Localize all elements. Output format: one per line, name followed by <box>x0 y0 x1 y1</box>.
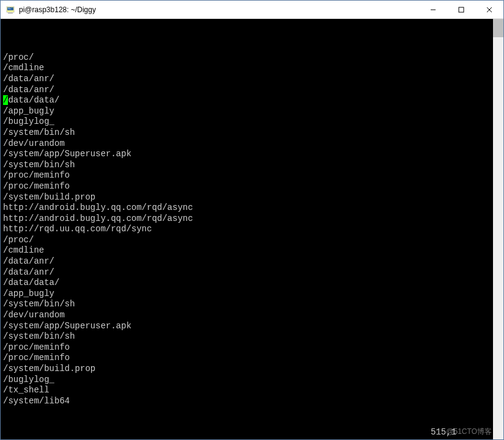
terminal-line: http://rqd.uu.qq.com/rqd/sync <box>3 224 491 235</box>
terminal-line: /system/lib64 <box>3 396 491 407</box>
terminal-line: /system/app/Superuser.apk <box>3 321 491 332</box>
terminal-line: /system/bin/sh <box>3 160 491 171</box>
terminal-line: /data/data/ <box>3 278 491 289</box>
window-title: pi@rasp3b128: ~/Diggy <box>19 5 419 14</box>
terminal-line: /data/anr/ <box>3 256 491 267</box>
cursor-highlight: / <box>3 95 8 105</box>
terminal-line: http://android.bugly.qq.com/rqd/async <box>3 214 491 225</box>
terminal-line: /cmdline <box>3 63 491 74</box>
terminal-line: /buglylog_ <box>3 375 491 386</box>
vi-status-position: 515,1 <box>431 427 456 438</box>
terminal-line <box>3 41 491 52</box>
terminal-line: /system/bin/sh <box>3 299 491 310</box>
terminal-line: /system/bin/sh <box>3 128 491 139</box>
terminal-content[interactable]: /proc//cmdline/data/anr//data/anr//data/… <box>1 19 493 439</box>
terminal-line: /proc/meminfo <box>3 342 491 353</box>
window-controls <box>419 1 503 18</box>
terminal-line: /buglylog_ <box>3 117 491 128</box>
terminal-line: /proc/ <box>3 52 491 63</box>
terminal-line: /system/build.prop <box>3 192 491 203</box>
terminal-line: /data/data/ <box>3 95 491 106</box>
terminal-line: /system/bin/sh <box>3 331 491 342</box>
terminal-line: /proc/meminfo <box>3 353 491 364</box>
terminal-window: pi@rasp3b128: ~/Diggy /proc//cmdline/dat… <box>0 0 504 440</box>
terminal-line: /data/anr/ <box>3 267 491 278</box>
terminal-line: /proc/meminfo <box>3 170 491 181</box>
terminal-line: /system/app/Superuser.apk <box>3 149 491 160</box>
terminal-line: /data/anr/ <box>3 74 491 85</box>
terminal-line: /cmdline <box>3 245 491 256</box>
minimize-button[interactable] <box>419 1 447 18</box>
terminal-line: /dev/urandom <box>3 139 491 150</box>
svg-rect-6 <box>459 7 464 12</box>
titlebar[interactable]: pi@rasp3b128: ~/Diggy <box>1 1 503 19</box>
terminal-line: /tx_shell <box>3 385 491 396</box>
terminal-line: /proc/ <box>3 235 491 246</box>
vertical-scrollbar[interactable] <box>493 19 503 439</box>
svg-rect-2 <box>8 13 13 13</box>
terminal-line: /system/build.prop <box>3 364 491 375</box>
maximize-button[interactable] <box>447 1 475 18</box>
terminal-line: /data/anr/ <box>3 85 491 96</box>
terminal-line: /app_bugly <box>3 106 491 117</box>
terminal-area: /proc//cmdline/data/anr//data/anr//data/… <box>1 19 503 439</box>
putty-icon <box>5 5 15 15</box>
terminal-line: /dev/urandom <box>3 310 491 321</box>
close-button[interactable] <box>475 1 503 18</box>
scroll-thumb[interactable] <box>493 19 503 37</box>
terminal-line: /proc/meminfo <box>3 181 491 192</box>
terminal-line: /app_bugly <box>3 289 491 300</box>
terminal-line: http://android.bugly.qq.com/rqd/async <box>3 203 491 214</box>
